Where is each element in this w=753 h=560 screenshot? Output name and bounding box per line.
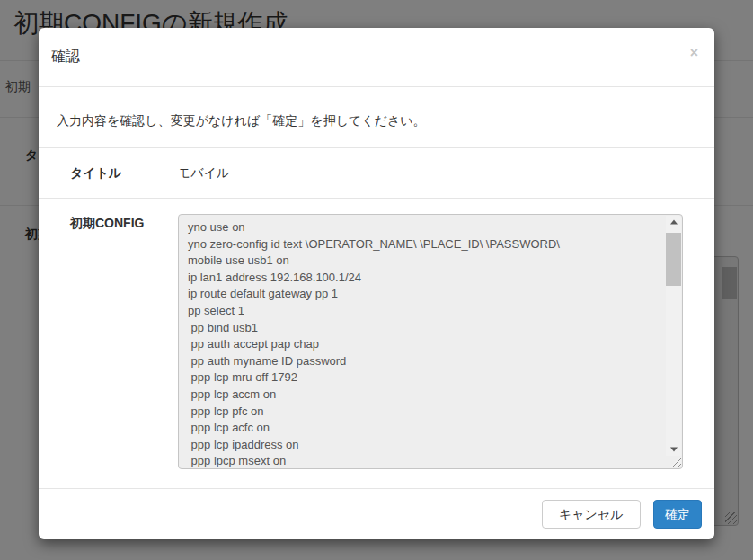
config-row: 初期CONFIG yno use on yno zero-config id t… bbox=[39, 199, 714, 485]
confirm-button[interactable]: 確定 bbox=[653, 500, 702, 529]
scroll-up-icon[interactable] bbox=[666, 216, 681, 228]
scroll-down-icon[interactable] bbox=[666, 443, 681, 456]
screen: 初期CONFIGの新規作成 初期 タイトル 初期CONFIG 確認 × 入力内容… bbox=[0, 0, 753, 560]
modal-title: 確認 bbox=[51, 49, 80, 64]
config-row-label: 初期CONFIG bbox=[70, 214, 178, 469]
close-icon[interactable]: × bbox=[688, 44, 700, 62]
modal-footer: キャンセル 確定 bbox=[39, 488, 714, 539]
confirm-dialog: 確認 × 入力内容を確認し、変更がなければ「確定」を押してください。 タイトル … bbox=[39, 28, 714, 539]
title-row-value: モバイル bbox=[178, 164, 229, 182]
modal-header: 確認 × bbox=[39, 28, 714, 87]
title-row: タイトル モバイル bbox=[39, 148, 714, 199]
config-text: yno use on yno zero-config id text \OPER… bbox=[179, 215, 682, 468]
title-row-label: タイトル bbox=[70, 164, 178, 182]
vertical-scrollbar[interactable] bbox=[666, 216, 681, 456]
scrollbar-thumb[interactable] bbox=[666, 233, 681, 286]
cancel-button[interactable]: キャンセル bbox=[542, 500, 641, 529]
config-textarea[interactable]: yno use on yno zero-config id text \OPER… bbox=[178, 214, 683, 469]
confirm-message: 入力内容を確認し、変更がなければ「確定」を押してください。 bbox=[39, 87, 714, 148]
